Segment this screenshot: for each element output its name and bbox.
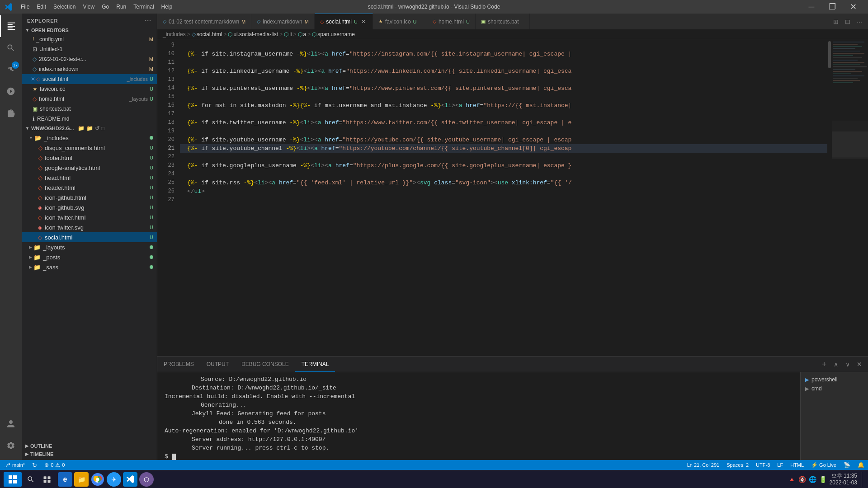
file-head[interactable]: ◇ head.html U bbox=[22, 173, 157, 183]
tree-item[interactable]: ◇ home.html _layouts U bbox=[22, 94, 157, 104]
tab-01-markdown[interactable]: ◇ 01-02-test-content.markdown M bbox=[157, 14, 251, 29]
panel-tab-output[interactable]: OUTPUT bbox=[200, 357, 235, 372]
menu-selection[interactable]: Selection bbox=[50, 3, 79, 11]
activity-explorer[interactable] bbox=[0, 15, 22, 37]
file-icon-twitter-html[interactable]: ◇ icon-twitter.html U bbox=[22, 212, 157, 222]
minimize-button[interactable]: ─ bbox=[801, 0, 822, 14]
tab-favicon[interactable]: ★ favicon.ico U bbox=[373, 14, 427, 29]
close-button[interactable]: ✕ bbox=[843, 0, 863, 14]
file-icon-github-svg[interactable]: ◈ icon-github.svg U bbox=[22, 202, 157, 212]
taskbar-telegram[interactable]: ✈ bbox=[107, 472, 121, 487]
breadcrumb-social-html[interactable]: ◇ bbox=[192, 31, 196, 38]
menu-view[interactable]: View bbox=[79, 3, 98, 11]
status-sync[interactable]: ↻ bbox=[28, 460, 41, 470]
activity-source-control[interactable]: 17 bbox=[0, 59, 22, 80]
taskbar-vscode[interactable] bbox=[123, 472, 137, 487]
outline-section[interactable]: ▶ OUTLINE bbox=[22, 442, 157, 450]
folder-posts[interactable]: ▶ 📁 _posts bbox=[22, 252, 157, 262]
panel-close-icon[interactable]: ✕ bbox=[854, 359, 864, 369]
activity-extensions[interactable] bbox=[0, 102, 22, 124]
menu-edit[interactable]: Edit bbox=[33, 3, 50, 11]
menu-terminal[interactable]: Terminal bbox=[130, 3, 157, 11]
taskbar-github[interactable]: ⬡ bbox=[139, 472, 154, 487]
breadcrumb-li[interactable]: ⬡ bbox=[284, 31, 288, 38]
panel-tab-debug[interactable]: DEBUG CONSOLE bbox=[235, 357, 295, 372]
status-encoding[interactable]: UTF-8 bbox=[752, 460, 774, 470]
breadcrumb-ul[interactable]: ⬡ bbox=[228, 31, 232, 38]
code-content[interactable]: {%- if site.instagram_username -%}<li><a… bbox=[180, 39, 827, 356]
breadcrumb-span-label[interactable]: span.username bbox=[317, 31, 355, 38]
tray-speaker-icon[interactable]: 🔇 bbox=[798, 476, 806, 483]
activity-account[interactable] bbox=[0, 413, 22, 435]
folder-includes[interactable]: ▼ 📂 _includes bbox=[22, 133, 157, 143]
breadcrumb-a[interactable]: ⬡ bbox=[298, 31, 302, 38]
tray-battery-icon[interactable]: 🔋 bbox=[819, 476, 827, 483]
tab-social-html[interactable]: ◇ social.html U ✕ bbox=[315, 14, 373, 29]
taskbar-edge[interactable]: e bbox=[58, 472, 72, 487]
status-line-ending[interactable]: LF bbox=[774, 460, 787, 470]
tree-item[interactable]: ★ favicon.ico U bbox=[22, 84, 157, 94]
tray-network-icon[interactable]: 🔺 bbox=[788, 476, 796, 483]
breadcrumb-span[interactable]: ⬡ bbox=[312, 31, 316, 38]
start-button[interactable] bbox=[4, 472, 22, 487]
breadcrumb-ul-label[interactable]: ul.social-media-list bbox=[233, 31, 278, 38]
file-social-selected[interactable]: ◇ social.html U bbox=[22, 232, 157, 242]
tray-show-desktop[interactable] bbox=[862, 472, 864, 487]
tree-item[interactable]: ◇ 2022-01-02-test-c... M bbox=[22, 54, 157, 64]
folder-sass[interactable]: ▶ 📁 _sass bbox=[22, 262, 157, 272]
tree-item-social[interactable]: ✕ ◇ social.html _includes U bbox=[22, 74, 157, 84]
file-header[interactable]: ◇ header.html U bbox=[22, 183, 157, 192]
folder-layouts[interactable]: ▶ 📁 _layouts bbox=[22, 242, 157, 252]
panel-tab-terminal[interactable]: TERMINAL bbox=[295, 357, 335, 372]
breadcrumb-li-label[interactable]: li bbox=[289, 31, 292, 38]
toggle-panel-icon[interactable]: ⊟ bbox=[843, 17, 853, 27]
timeline-section[interactable]: ▶ TIMELINE bbox=[22, 450, 157, 458]
menu-file[interactable]: File bbox=[17, 3, 33, 11]
breadcrumb-social-html-label[interactable]: social.html bbox=[197, 31, 222, 38]
status-bell[interactable]: 🔔 bbox=[854, 460, 868, 470]
taskbar-chrome[interactable] bbox=[90, 472, 105, 487]
file-disqus[interactable]: ◇ disqus_comments.html U bbox=[22, 143, 157, 153]
status-git-branch[interactable]: ⎇ main* bbox=[0, 460, 28, 470]
split-editor-icon[interactable]: ⊞ bbox=[831, 17, 841, 27]
tab-home-html[interactable]: ◇ home.html U bbox=[427, 14, 476, 29]
file-icon-twitter-svg[interactable]: ◈ icon-twitter.svg U bbox=[22, 222, 157, 232]
shell-cmd[interactable]: ▶ cmd bbox=[802, 384, 866, 393]
tree-item[interactable]: ! _config.yml M bbox=[22, 34, 157, 44]
tab-shortcuts[interactable]: ▣ shortcuts.bat bbox=[476, 14, 530, 29]
repo-section-header[interactable]: ▼ WNWOGHD22.G... 📁 📁 ↺ □ bbox=[22, 124, 157, 133]
terminal-output[interactable]: Source: D:/wnwoghd22.github.io Destinati… bbox=[157, 372, 800, 460]
tab-close-icon[interactable]: ✕ bbox=[360, 18, 367, 25]
tree-item[interactable]: ⊡ Untitled-1 bbox=[22, 44, 157, 54]
panel-chevron-down-icon[interactable]: ∨ bbox=[843, 359, 853, 369]
activity-run[interactable] bbox=[0, 80, 22, 102]
taskbar-task-view[interactable] bbox=[40, 472, 54, 487]
status-errors[interactable]: ⊗ 0 ⚠ 0 bbox=[41, 460, 68, 470]
tree-item[interactable]: ◇ index.markdown M bbox=[22, 64, 157, 74]
status-position[interactable]: Ln 21, Col 291 bbox=[684, 460, 723, 470]
activity-search[interactable] bbox=[0, 37, 22, 59]
menu-help[interactable]: Help bbox=[158, 3, 176, 11]
taskbar-explorer[interactable]: 📁 bbox=[74, 472, 89, 487]
status-spaces[interactable]: Spaces: 2 bbox=[723, 460, 752, 470]
tab-index-markdown[interactable]: ◇ index.markdown M bbox=[251, 14, 315, 29]
panel-add-icon[interactable]: + bbox=[819, 359, 829, 369]
file-icon-github-html[interactable]: ◇ icon-github.html U bbox=[22, 192, 157, 202]
panel-tab-problems[interactable]: PROBLEMS bbox=[157, 357, 200, 372]
shell-powershell[interactable]: ▶ powershell bbox=[802, 375, 866, 384]
maximize-button[interactable]: ❐ bbox=[822, 0, 843, 14]
more-actions-icon[interactable]: ··· bbox=[854, 17, 864, 27]
taskbar-search[interactable] bbox=[24, 472, 38, 487]
file-footer[interactable]: ◇ footer.html U bbox=[22, 153, 157, 163]
breadcrumb-a-label[interactable]: a bbox=[303, 31, 307, 38]
tree-item[interactable]: ▣ shortcuts.bat bbox=[22, 104, 157, 114]
status-language[interactable]: HTML bbox=[787, 460, 807, 470]
status-golive[interactable]: ⚡ Go Live bbox=[807, 460, 840, 470]
tray-network2-icon[interactable]: 🌐 bbox=[809, 476, 816, 483]
activity-settings[interactable] bbox=[0, 435, 22, 456]
file-ga[interactable]: ◇ google-analytics.html U bbox=[22, 163, 157, 173]
menu-run[interactable]: Run bbox=[113, 3, 130, 11]
open-editors-header[interactable]: ▼ OPEN EDITORS bbox=[22, 26, 157, 34]
status-broadcast[interactable]: 📡 bbox=[840, 460, 854, 470]
tray-clock[interactable]: 오후 11:35 2022-01-03 bbox=[830, 473, 857, 486]
